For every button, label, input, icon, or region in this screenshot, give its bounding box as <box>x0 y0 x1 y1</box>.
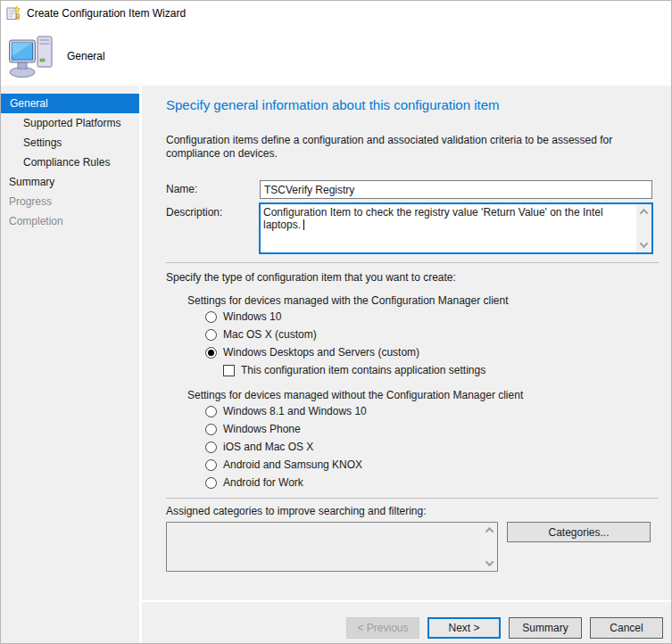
application-settings-checkbox-row[interactable]: This configuration item contains applica… <box>223 364 657 376</box>
radio-button-icon[interactable] <box>205 477 217 489</box>
description-text: Configuration Item to check the registry… <box>263 206 606 231</box>
nav-item-settings[interactable]: Settings <box>1 133 139 153</box>
next-button[interactable]: Next > <box>427 617 501 639</box>
radio-button-selected-icon[interactable] <box>205 347 217 359</box>
wizard-footer: < Previous Next > Summary Cancel <box>142 600 671 643</box>
categories-scrollbar[interactable] <box>482 523 497 571</box>
nav-item-completion: Completion <box>1 211 139 231</box>
radio-button-icon[interactable] <box>205 311 217 323</box>
wizard-body: General Supported Platforms Settings Com… <box>1 86 671 643</box>
categories-label: Assigned categories to improve searching… <box>166 505 657 517</box>
scroll-up-icon[interactable] <box>485 527 494 536</box>
description-row: Description: Configuration Item to check… <box>166 203 657 253</box>
radio-android-and-samsung-knox[interactable]: Android and Samsung KNOX <box>205 458 657 471</box>
radio-label: Windows Desktops and Servers (custom) <box>223 346 419 359</box>
categories-button[interactable]: Categories... <box>507 522 651 542</box>
radio-label: Windows Phone <box>223 423 301 435</box>
radio-button-icon[interactable] <box>205 442 217 453</box>
scroll-down-icon[interactable] <box>640 239 649 248</box>
nav-item-supported-platforms[interactable]: Supported Platforms <box>1 113 139 133</box>
radio-ios-and-mac-os-x[interactable]: iOS and Mac OS X <box>205 441 657 453</box>
radio-label: Windows 8.1 and Windows 10 <box>223 405 367 417</box>
section-separator <box>166 262 659 263</box>
description-label: Description: <box>166 203 260 253</box>
general-page: Specify general information about this c… <box>142 86 671 600</box>
managed-group-label: Settings for devices managed with the Co… <box>187 294 657 307</box>
radio-label: iOS and Mac OS X <box>223 441 313 453</box>
name-row: Name: <box>166 180 657 199</box>
assigned-categories-box[interactable] <box>166 522 498 572</box>
titlebar: Create Configuration Item Wizard <box>1 1 671 26</box>
scroll-down-icon[interactable] <box>485 557 494 566</box>
computer-icon <box>8 34 58 80</box>
radio-button-icon[interactable] <box>205 459 217 471</box>
intro-text: Configuration items define a configurati… <box>166 134 659 161</box>
wizard-nav: General Supported Platforms Settings Com… <box>1 86 139 643</box>
nav-item-summary[interactable]: Summary <box>1 172 139 192</box>
assigned-categories-value <box>167 523 482 571</box>
text-cursor <box>303 219 304 230</box>
radio-button-icon[interactable] <box>205 406 217 417</box>
categories-row: Categories... <box>166 522 657 572</box>
checkbox-icon[interactable] <box>223 365 235 376</box>
nav-item-progress: Progress <box>1 192 139 211</box>
name-label: Name: <box>166 180 260 199</box>
radio-windows-81-and-windows-10[interactable]: Windows 8.1 and Windows 10 <box>205 405 657 417</box>
scroll-up-icon[interactable] <box>640 209 649 218</box>
wizard-header: General <box>1 26 671 86</box>
radio-label: Windows 10 <box>223 310 281 323</box>
type-section-label: Specify the type of configuration item t… <box>166 271 657 284</box>
checkbox-label: This configuration item contains applica… <box>241 364 485 376</box>
radio-label: Android for Work <box>223 476 303 489</box>
radio-label: Android and Samsung KNOX <box>223 458 362 471</box>
header-step-title: General <box>67 50 105 62</box>
radio-windows-phone[interactable]: Windows Phone <box>205 423 657 435</box>
radio-mac-os-x-custom[interactable]: Mac OS X (custom) <box>205 328 657 341</box>
page-title: Specify general information about this c… <box>166 97 657 112</box>
radio-button-icon[interactable] <box>205 329 217 341</box>
description-input[interactable]: Configuration Item to check the registry… <box>260 203 652 253</box>
summary-button[interactable]: Summary <box>509 617 582 639</box>
window-title: Create Configuration Item Wizard <box>27 7 186 20</box>
nav-item-general[interactable]: General <box>1 94 139 113</box>
radio-android-for-work[interactable]: Android for Work <box>205 476 657 489</box>
radio-label: Mac OS X (custom) <box>223 328 317 341</box>
wizard-icon <box>6 6 21 21</box>
radio-windows-desktops-and-servers[interactable]: Windows Desktops and Servers (custom) <box>205 346 657 359</box>
cancel-button[interactable]: Cancel <box>590 617 663 639</box>
radio-button-icon[interactable] <box>205 424 217 435</box>
unmanaged-group-label: Settings for devices managed without the… <box>187 389 657 401</box>
create-configuration-item-wizard-window: Create Configuration Item Wizard General… <box>0 0 672 644</box>
name-input[interactable] <box>260 180 652 199</box>
description-scrollbar[interactable] <box>636 204 651 252</box>
section-separator <box>166 498 659 499</box>
radio-windows-10[interactable]: Windows 10 <box>205 310 657 323</box>
nav-item-compliance-rules[interactable]: Compliance Rules <box>1 153 139 172</box>
previous-button: < Previous <box>346 617 419 639</box>
